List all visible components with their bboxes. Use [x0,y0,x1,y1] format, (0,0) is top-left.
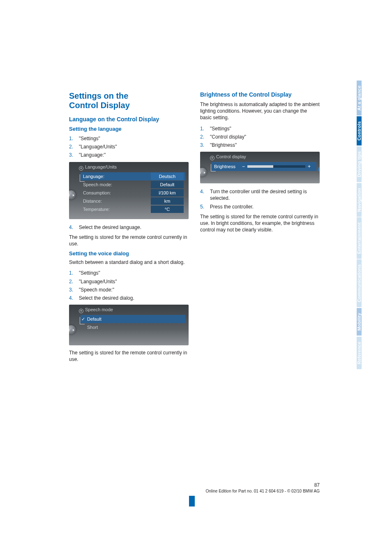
side-tabs: At a glance Controls Driving tips Naviga… [357,81,367,370]
step-text: "Language/Units" [79,279,117,284]
note-stored-remote: The setting is stored for the remote con… [69,234,189,247]
section-heading: Settings on the Control Display [69,91,189,110]
step-text: "Settings" [79,136,100,141]
footer-accent-bar [189,496,195,506]
step-text: "Settings" [210,126,231,132]
footer-copyright: Online Edition for Part no. 01 41 2 604 … [205,489,320,493]
brightness-slider [247,165,305,168]
tab-at-a-glance[interactable]: At a glance [357,81,362,116]
right-column: Brightness of the Control Display The br… [200,91,320,366]
ok-badge-icon: OK [318,166,320,172]
subheading-brightness: Brightness of the Control Display [200,91,320,98]
step: 3."Language:" [69,151,189,159]
step: 5.Press the controller. [200,203,320,211]
steps-brightness-cont: 4.Turn the controller until the desired … [200,187,320,211]
idrive-controller-icon [69,190,76,199]
step: 3."Speech mode:" [69,286,189,294]
screenshot-title-text: Control display [216,154,246,159]
screenshot-title: ✶Control display [210,154,316,160]
step-text: Press the controller. [210,204,254,210]
menu-row-distance: Distance:km [81,197,185,205]
steps-voice-dialog: 1."Settings" 2."Language/Units" 3."Speec… [69,269,189,302]
screenshot-control-display: OK ✶Control display Brightness − + [200,152,320,183]
step: 2."Control display" [200,133,320,141]
screenshot-language-units: ✶Language/Units Language:Deutsch Speech … [69,162,189,219]
voice-intro: Switch between a standard dialog and a s… [69,259,189,266]
plus-icon: + [305,164,313,169]
minus-icon: − [240,164,247,169]
gear-icon: ✶ [210,156,214,160]
step: 2."Language/Units" [69,143,189,151]
step: 2."Language/Units" [69,278,189,286]
screenshot-title: ✶Speech mode [79,307,185,313]
left-column: Settings on the Control Display Language… [69,91,189,366]
subheading-voice-dialog: Setting the voice dialog [69,250,189,257]
steps-brightness: 1."Settings" 2."Control display" 3."Brig… [200,125,320,150]
step-text: "Brightness" [210,142,237,148]
step-text: "Language:" [79,152,106,158]
subheading-language: Language on the Control Display [69,116,189,123]
step-text: Select the desired language. [79,224,141,230]
menu-row-consumption: Consumption:l/100 km [81,189,185,197]
selection-bracket-icon [211,164,216,171]
tab-communications[interactable]: Communications [357,259,362,307]
selection-bracket-icon [80,174,85,182]
gear-icon: ✶ [79,166,83,171]
step-text: Select the desired dialog. [79,295,134,301]
gear-icon: ✶ [79,309,83,313]
screenshot-title: ✶Language/Units [79,164,185,171]
step: 1."Settings" [69,134,189,143]
selection-bracket-icon [80,317,85,324]
page-footer: 87 Online Edition for Part no. 01 41 2 6… [69,482,320,493]
heading-line2: Control Display [69,101,130,110]
menu-row-brightness: Brightness − + [212,162,316,171]
step: 3."Brightness" [200,141,320,149]
tab-controls[interactable]: Controls [357,116,362,146]
step-text: "Language/Units" [79,144,117,150]
tab-mobility[interactable]: Mobility [357,308,362,335]
subheading-setting-language: Setting the language [69,126,189,132]
step-text: "Settings" [79,270,100,276]
page-number: 87 [69,482,320,488]
step-text: "Control display" [210,134,246,140]
brightness-intro: The brightness is automatically adapted … [200,101,320,121]
note-brightness-stored: The setting is stored for the remote con… [200,213,320,234]
tab-entertainment[interactable]: Entertainment [357,217,362,259]
heading-line1: Settings on the [69,91,128,100]
step: 1."Settings" [200,125,320,133]
screenshot-speech-mode: ✶Speech mode ✓Default Short [69,305,189,345]
steps-setting-language-cont: 4.Select the desired language. [69,223,189,231]
menu-row-temperature: Temperature:°C [81,205,185,213]
screenshot-title-text: Speech mode [85,307,113,312]
idrive-controller-icon [200,168,207,177]
note-stored-remote: The setting is stored for the remote con… [69,349,189,363]
step-text: "Speech mode:" [79,287,114,293]
menu-row-short: Short [81,323,185,331]
idrive-controller-icon [69,325,76,334]
steps-setting-language: 1."Settings" 2."Language/Units" 3."Langu… [69,134,189,160]
menu-row-language: Language:Deutsch [81,172,185,180]
step-text: Turn the controller until the desired se… [210,189,307,201]
menu-row-speech-mode: Speech mode:Default [81,180,185,189]
step: 4.Select the desired language. [69,223,189,231]
step: 4.Turn the controller until the desired … [200,187,320,202]
brightness-label: Brightness [214,164,235,169]
step: 1."Settings" [69,269,189,277]
menu-row-default: ✓Default [81,315,185,323]
step: 4.Select the desired dialog. [69,294,189,302]
tab-driving-tips[interactable]: Driving tips [357,146,362,182]
tab-navigation[interactable]: Navigation [357,183,362,217]
screenshot-title-text: Language/Units [85,164,117,169]
tab-reference[interactable]: Reference [357,337,362,369]
